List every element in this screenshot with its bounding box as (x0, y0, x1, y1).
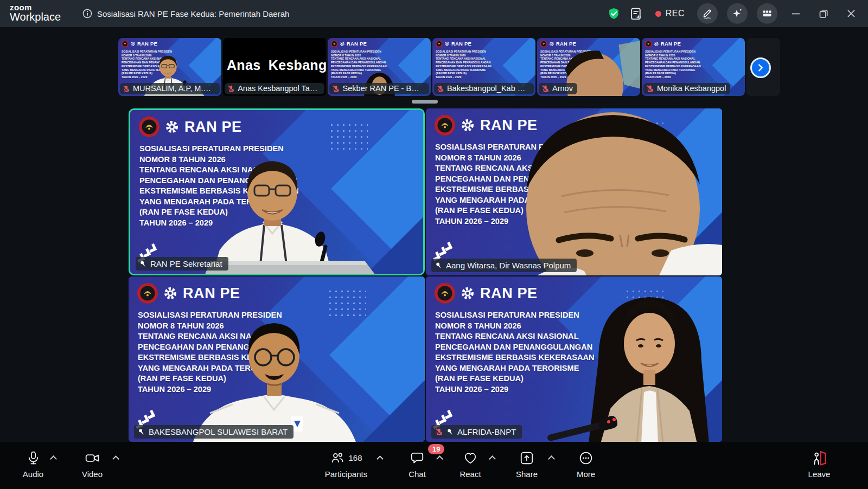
leave-door-icon (811, 450, 827, 466)
participant-name: Arnov (552, 84, 573, 93)
participant-nametag: Anas Kesbangpol Tana... (225, 83, 324, 94)
heart-icon (463, 451, 478, 466)
mic-muted-icon (646, 85, 654, 93)
more-button[interactable]: More (570, 449, 602, 479)
meeting-toolbar: Audio Video 168 Participants 19 Chat (0, 442, 868, 489)
video-tile-aang-witarsa[interactable]: RAN PE SOSIALISASI PERATURAN PRESIDEN NO… (426, 108, 722, 275)
share-options-caret[interactable] (548, 455, 555, 462)
react-label: React (459, 469, 481, 479)
react-options-caret[interactable] (489, 455, 496, 462)
mic-muted-icon (541, 85, 550, 93)
ranpe-backdrop: RAN PE SOSIALISASI PERATURAN PRESIDEN NO… (426, 276, 722, 442)
transcript-icon[interactable] (629, 7, 643, 21)
gear-logo-icon (444, 41, 449, 46)
ai-companion-icon[interactable] (727, 3, 748, 24)
zoom-workplace-logo: zoom Workplace (10, 3, 61, 23)
participant-name: RAN PE Sekretariat (150, 259, 222, 268)
video-button[interactable]: Video (75, 449, 110, 479)
pin-icon (446, 428, 454, 436)
restore-button[interactable] (814, 0, 833, 27)
chat-label: Chat (409, 469, 426, 479)
info-icon[interactable] (82, 9, 92, 18)
audio-options-caret[interactable] (50, 455, 57, 462)
participant-name: ALFRIDA-BNPT (457, 427, 516, 436)
chevron-right-icon (756, 63, 765, 73)
slide-body-text: SOSIALISASI PERATURAN PRESIDEN NOMOR 8 T… (645, 50, 729, 80)
video-tile-ranpe-sekretariat[interactable]: RAN PE SOSIALISASI PERATURAN PRESIDEN NO… (129, 108, 425, 275)
thumbnail-sekber[interactable]: RAN PE SOSIALISASI PERATURAN PRESIDEN NO… (328, 38, 431, 96)
annotate-button[interactable] (697, 3, 718, 24)
more-label: More (577, 469, 595, 479)
participant-video (129, 276, 425, 442)
leave-label: Leave (808, 469, 831, 479)
participants-options-caret[interactable] (376, 455, 384, 462)
ranpe-backdrop: RAN PE SOSIALISASI PERATURAN PRESIDEN NO… (130, 110, 425, 275)
participant-nametag: Monika Kesbangpol (643, 83, 730, 94)
participant-name: Aang Witarsa, Dir Wasnas Polpum (446, 261, 571, 270)
participant-name: Sekber RAN PE - BNPT (343, 84, 425, 93)
close-button[interactable] (842, 0, 860, 27)
mic-muted-icon (332, 85, 340, 93)
chat-bubble-icon (410, 451, 425, 466)
participants-icon (330, 451, 344, 465)
share-screen-icon (519, 451, 534, 466)
participant-nametag: BAKESBANGPOL SULAWESI BARAT (134, 425, 293, 439)
ranpe-logo-text: RAN PE (661, 41, 681, 47)
ranpe-backdrop: RAN PE SOSIALISASI PERATURAN PRESIDEN NO… (129, 276, 425, 442)
titlebar: zoom Workplace Sosialisasi RAN PE Fase K… (0, 0, 868, 27)
participant-nametag: MURSALIM, A.P, M.Si -... (120, 83, 220, 94)
ranpe-logo-text: RAN PE (451, 41, 471, 47)
video-tile-alfrida[interactable]: RAN PE SOSIALISASI PERATURAN PRESIDEN NO… (426, 276, 722, 442)
video-options-caret[interactable] (112, 455, 119, 462)
thumbnail-monika[interactable]: RAN PE SOSIALISASI PERATURAN PRESIDEN NO… (642, 38, 745, 96)
video-tile-bakesbangpol-sulbar[interactable]: RAN PE SOSIALISASI PERATURAN PRESIDEN NO… (129, 276, 425, 442)
record-label: REC (666, 9, 685, 18)
chat-button[interactable]: 19 Chat (400, 449, 434, 479)
security-shield-icon[interactable] (608, 8, 620, 20)
participant-nametag: Aang Witarsa, Dir Wasnas Polpum (431, 259, 577, 272)
participant-nametag: ALFRIDA-BNPT (431, 425, 522, 439)
thumbnail-anas[interactable]: Anas Kesbangp... Anas Kesbangpol Tana... (223, 38, 326, 96)
brand-workplace: Workplace (10, 11, 61, 23)
recording-indicator[interactable]: REC (655, 9, 685, 18)
thumbnail-bakesbangpol-kab[interactable]: RAN PE SOSIALISASI PERATURAN PRESIDEN NO… (432, 38, 535, 96)
bnpt-emblem (436, 40, 443, 47)
minimize-button[interactable] (787, 0, 805, 27)
mic-muted-icon (227, 85, 235, 93)
more-ellipsis-icon (578, 451, 593, 466)
audio-button[interactable]: Audio (16, 449, 50, 479)
participant-nametag: RAN PE Sekretariat (136, 257, 228, 271)
zoom-meeting-window: zoom Workplace Sosialisasi RAN PE Fase K… (0, 0, 868, 489)
leave-button[interactable]: Leave (802, 449, 837, 479)
pin-icon (138, 428, 145, 436)
pin-icon (139, 260, 147, 268)
filmstrip-drag-handle[interactable] (412, 100, 438, 104)
share-button[interactable]: Share (509, 449, 545, 479)
mic-muted-icon (435, 428, 443, 436)
meeting-title: Sosialisasi RAN PE Fase Kedua: Pemerinta… (97, 9, 289, 18)
apps-icon[interactable] (757, 3, 777, 24)
participant-display-name: Anas Kesbangp... (227, 57, 326, 73)
react-button[interactable]: React (454, 449, 487, 479)
participant-nametag: Arnov (539, 83, 577, 94)
share-label: Share (516, 469, 538, 479)
chat-options-caret[interactable] (436, 455, 443, 462)
participant-video (426, 276, 722, 442)
bnpt-emblem (645, 40, 652, 47)
record-dot-icon (655, 11, 661, 17)
participants-button[interactable]: 168 Participants (321, 449, 371, 479)
participant-nametag: Bakesbangpol_Kab Kot... (434, 83, 534, 94)
thumbnail-mursalim[interactable]: RAN PE SOSIALISASI PERATURAN PRESIDEN NO… (118, 38, 221, 96)
video-camera-icon (85, 451, 100, 466)
participant-name: Anas Kesbangpol Tana... (238, 84, 320, 93)
next-page-button[interactable] (750, 57, 771, 78)
participant-video (130, 110, 425, 275)
mic-muted-icon (437, 85, 444, 93)
thumbnail-arnov[interactable]: RAN PE SOSIALISASI PERATURAN PRESIDEN NO… (537, 38, 640, 96)
participant-video (426, 108, 722, 275)
participant-nametag: Sekber RAN PE - BNPT (329, 83, 429, 94)
mic-muted-icon (123, 85, 130, 93)
mic-icon (26, 451, 41, 465)
participant-name: Monika Kesbangpol (657, 84, 726, 93)
ranpe-backdrop: RAN PE SOSIALISASI PERATURAN PRESIDEN NO… (426, 108, 722, 275)
